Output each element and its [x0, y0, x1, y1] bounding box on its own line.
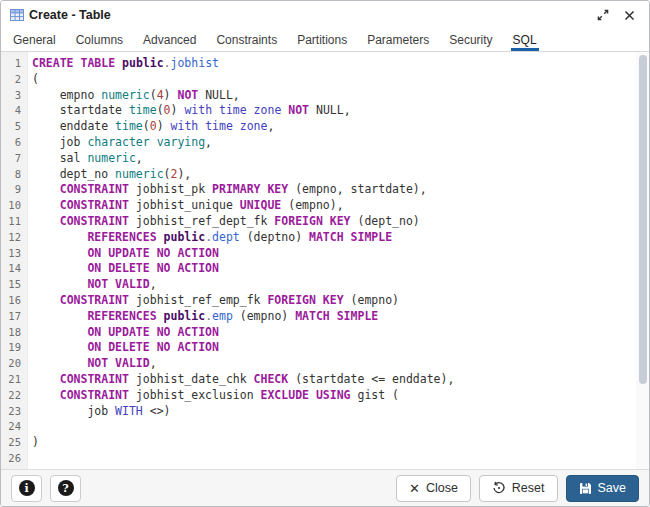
scrollbar-thumb[interactable] [639, 55, 647, 384]
code-line[interactable]: 22 CONSTRAINT jobhist_exclusion EXCLUDE … [1, 388, 649, 404]
maximize-icon[interactable] [593, 5, 613, 25]
line-content: ON UPDATE NO ACTION [28, 246, 219, 262]
line-content: CONSTRAINT jobhist_pk PRIMARY KEY (empno… [28, 182, 427, 198]
reset-button-label: Reset [512, 481, 545, 495]
line-number: 11 [1, 214, 28, 230]
line-content: CONSTRAINT jobhist_ref_dept_fk FOREIGN K… [28, 214, 420, 230]
code-line[interactable]: 1CREATE TABLE public.jobhist [1, 56, 649, 72]
title-bar: Create - Table [1, 1, 649, 29]
code-lines: 1CREATE TABLE public.jobhist2(3 empno nu… [1, 52, 649, 467]
code-line[interactable]: 3 empno numeric(4) NOT NULL, [1, 88, 649, 104]
line-content: ON UPDATE NO ACTION [28, 325, 219, 341]
line-content: ( [28, 72, 39, 88]
line-number: 5 [1, 119, 28, 135]
line-number: 24 [1, 419, 28, 435]
save-button[interactable]: Save [566, 475, 640, 502]
line-number: 16 [1, 293, 28, 309]
line-number: 17 [1, 309, 28, 325]
tab-constraints[interactable]: Constraints [206, 29, 287, 51]
line-number: 19 [1, 340, 28, 356]
line-content: dept_no numeric(2), [28, 167, 191, 183]
tab-security[interactable]: Security [439, 29, 502, 51]
line-number: 14 [1, 261, 28, 277]
line-number: 23 [1, 404, 28, 420]
tab-bar: GeneralColumnsAdvancedConstraintsPartiti… [1, 29, 649, 52]
line-number: 13 [1, 246, 28, 262]
reset-button[interactable]: Reset [479, 475, 558, 502]
close-button-label: Close [426, 481, 458, 495]
line-number: 10 [1, 198, 28, 214]
code-line[interactable]: 26 [1, 451, 649, 467]
code-line[interactable]: 18 ON UPDATE NO ACTION [1, 325, 649, 341]
line-content: NOT VALID, [28, 277, 157, 293]
code-line[interactable]: 16 CONSTRAINT jobhist_ref_emp_fk FOREIGN… [1, 293, 649, 309]
line-number: 15 [1, 277, 28, 293]
line-content: ON DELETE NO ACTION [28, 261, 219, 277]
code-line[interactable]: 20 NOT VALID, [1, 356, 649, 372]
line-number: 26 [1, 451, 28, 467]
scrollbar-track[interactable] [636, 52, 649, 469]
line-number: 21 [1, 372, 28, 388]
close-button[interactable]: ✕ Close [396, 475, 471, 502]
line-number: 6 [1, 135, 28, 151]
code-line[interactable]: 7 sal numeric, [1, 151, 649, 167]
code-line[interactable]: 24 [1, 419, 649, 435]
tab-parameters[interactable]: Parameters [357, 29, 439, 51]
line-number: 7 [1, 151, 28, 167]
tab-columns[interactable]: Columns [66, 29, 133, 51]
tab-general[interactable]: General [3, 29, 66, 51]
line-content [28, 419, 32, 435]
code-line[interactable]: 5 enddate time(0) with time zone, [1, 119, 649, 135]
code-line[interactable]: 11 CONSTRAINT jobhist_ref_dept_fk FOREIG… [1, 214, 649, 230]
tab-partitions[interactable]: Partitions [287, 29, 357, 51]
line-content: CONSTRAINT jobhist_exclusion EXCLUDE USI… [28, 388, 399, 404]
tab-sql[interactable]: SQL [503, 29, 547, 51]
code-line[interactable]: 12 REFERENCES public.dept (deptno) MATCH… [1, 230, 649, 246]
line-content: job WITH <>) [28, 404, 171, 420]
code-line[interactable]: 13 ON UPDATE NO ACTION [1, 246, 649, 262]
line-content: CONSTRAINT jobhist_unique UNIQUE (empno)… [28, 198, 344, 214]
save-icon [579, 482, 592, 495]
line-content: NOT VALID, [28, 356, 157, 372]
code-line[interactable]: 10 CONSTRAINT jobhist_unique UNIQUE (emp… [1, 198, 649, 214]
tab-advanced[interactable]: Advanced [133, 29, 206, 51]
reset-icon [492, 481, 506, 495]
table-icon [10, 8, 24, 22]
line-number: 18 [1, 325, 28, 341]
close-icon[interactable] [619, 5, 639, 25]
line-number: 2 [1, 72, 28, 88]
info-icon: i [19, 480, 35, 496]
line-content: CONSTRAINT jobhist_date_chk CHECK (start… [28, 372, 454, 388]
footer-bar: i ? ✕ Close Reset [1, 469, 649, 506]
info-button[interactable]: i [11, 475, 42, 502]
line-number: 3 [1, 88, 28, 104]
code-line[interactable]: 9 CONSTRAINT jobhist_pk PRIMARY KEY (emp… [1, 182, 649, 198]
code-line[interactable]: 19 ON DELETE NO ACTION [1, 340, 649, 356]
line-content: job character varying, [28, 135, 212, 151]
line-number: 1 [1, 56, 28, 72]
line-content [28, 451, 32, 467]
code-line[interactable]: 15 NOT VALID, [1, 277, 649, 293]
help-button[interactable]: ? [50, 475, 81, 502]
code-line[interactable]: 6 job character varying, [1, 135, 649, 151]
create-table-dialog: Create - Table GeneralColumnsAdvancedCon… [0, 0, 650, 507]
line-number: 12 [1, 230, 28, 246]
code-line[interactable]: 25) [1, 435, 649, 451]
code-line[interactable]: 23 job WITH <>) [1, 404, 649, 420]
code-line[interactable]: 21 CONSTRAINT jobhist_date_chk CHECK (st… [1, 372, 649, 388]
line-content: REFERENCES public.emp (empno) MATCH SIMP… [28, 309, 378, 325]
line-content: REFERENCES public.dept (deptno) MATCH SI… [28, 230, 392, 246]
code-line[interactable]: 4 startdate time(0) with time zone NOT N… [1, 103, 649, 119]
code-line[interactable]: 14 ON DELETE NO ACTION [1, 261, 649, 277]
code-line[interactable]: 8 dept_no numeric(2), [1, 167, 649, 183]
line-content: ) [28, 435, 39, 451]
line-number: 25 [1, 435, 28, 451]
save-button-label: Save [598, 481, 627, 495]
dialog-title: Create - Table [29, 8, 111, 22]
sql-editor[interactable]: 1CREATE TABLE public.jobhist2(3 empno nu… [1, 52, 649, 469]
line-content: startdate time(0) with time zone NOT NUL… [28, 103, 351, 119]
line-number: 22 [1, 388, 28, 404]
line-number: 8 [1, 167, 28, 183]
code-line[interactable]: 17 REFERENCES public.emp (empno) MATCH S… [1, 309, 649, 325]
code-line[interactable]: 2( [1, 72, 649, 88]
